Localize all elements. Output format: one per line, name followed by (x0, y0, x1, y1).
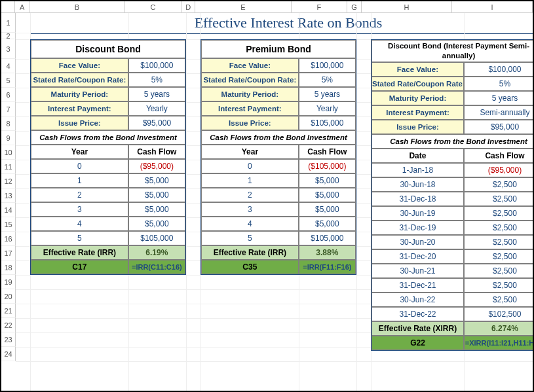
data-cell[interactable]: 30-Jun-19 (372, 206, 464, 221)
row-19[interactable]: 19 (1, 275, 16, 289)
row-6[interactable]: 6 (1, 88, 16, 102)
data-cell[interactable]: 1-Jan-18 (372, 163, 464, 177)
data-cell[interactable]: 31-Dec-20 (372, 249, 464, 264)
row-8[interactable]: 8 (1, 116, 16, 131)
data-cell[interactable]: 31-Dec-19 (372, 221, 464, 235)
data-cell[interactable]: 1 (201, 173, 299, 188)
row-14[interactable]: 14 (1, 203, 16, 217)
data-cell[interactable]: 31-Dec-18 (372, 192, 464, 206)
formula-text[interactable]: =IRR(C11:C16) (128, 260, 185, 274)
param-value[interactable]: $100,000 (299, 58, 356, 73)
col-header[interactable]: Year (31, 145, 128, 159)
data-cell[interactable]: $2,500 (464, 249, 534, 264)
data-cell[interactable]: 31-Dec-22 (372, 307, 464, 321)
data-cell[interactable]: 4 (201, 217, 299, 231)
col-G[interactable]: G (347, 1, 361, 12)
col-header[interactable]: Cash Flow (299, 145, 356, 159)
param-value[interactable]: 5% (464, 77, 534, 91)
data-cell[interactable]: 31-Dec-21 (372, 278, 464, 293)
row-10[interactable]: 10 (1, 145, 16, 160)
data-cell[interactable]: 2 (31, 188, 128, 202)
data-cell[interactable]: $2,500 (464, 206, 534, 221)
data-cell[interactable]: $2,500 (464, 264, 534, 278)
table-title[interactable]: Discount Bond (Interest Payment Semi-ann… (372, 40, 534, 62)
data-cell[interactable]: 1 (31, 173, 128, 188)
row-4[interactable]: 4 (1, 59, 16, 73)
row-5[interactable]: 5 (1, 73, 16, 88)
data-cell[interactable]: $2,500 (464, 192, 534, 206)
data-cell[interactable]: 3 (31, 202, 128, 217)
table-title[interactable]: Premium Bond (201, 40, 356, 58)
col-header[interactable]: Cash Flow (128, 145, 185, 159)
param-label[interactable]: Maturity Period: (372, 91, 464, 105)
data-cell[interactable]: $5,000 (128, 173, 185, 188)
param-label[interactable]: Face Value: (201, 58, 299, 73)
row-9[interactable]: 9 (1, 131, 16, 145)
formula-ref[interactable]: C35 (201, 260, 299, 274)
col-header[interactable]: Year (201, 145, 299, 159)
param-value[interactable]: $105,000 (299, 116, 356, 130)
data-cell[interactable]: ($105,000) (299, 159, 356, 173)
row-21[interactable]: 21 (1, 304, 16, 318)
col-B[interactable]: B (29, 1, 125, 12)
formula-text[interactable]: =XIRR(I11:I21,H11:H21) (464, 336, 534, 350)
param-value[interactable]: $100,000 (128, 58, 185, 73)
col-C[interactable]: C (125, 1, 181, 12)
data-cell[interactable]: $102,500 (464, 307, 534, 321)
param-value[interactable]: Yearly (299, 101, 356, 116)
param-label[interactable]: Interest Payment: (372, 105, 464, 120)
param-label[interactable]: Face Value: (372, 62, 464, 77)
param-label[interactable]: Interest Payment: (31, 101, 128, 116)
row-16[interactable]: 16 (1, 232, 16, 246)
param-value[interactable]: 5 years (128, 87, 185, 101)
row-20[interactable]: 20 (1, 289, 16, 304)
col-A[interactable]: A (15, 1, 29, 12)
param-label[interactable]: Maturity Period: (201, 87, 299, 101)
col-header[interactable]: Date (372, 149, 464, 163)
table-title[interactable]: Discount Bond (31, 40, 185, 58)
data-cell[interactable]: 0 (201, 159, 299, 173)
param-value[interactable]: $95,000 (128, 116, 185, 130)
data-cell[interactable]: $105,000 (299, 231, 356, 245)
param-label[interactable]: Stated Rate/Coupon Rate: (201, 73, 299, 87)
col-F[interactable]: F (292, 1, 348, 12)
data-cell[interactable]: $2,500 (464, 293, 534, 307)
param-label[interactable]: Stated Rate/Coupon Rate: (31, 73, 128, 87)
data-cell[interactable]: 4 (31, 217, 128, 231)
effective-rate-label[interactable]: Effective Rate (IRR) (201, 245, 299, 260)
param-value[interactable]: 5 years (299, 87, 356, 101)
col-I[interactable]: I (452, 1, 533, 12)
effective-rate-label[interactable]: Effective Rate (IRR) (31, 245, 128, 260)
data-cell[interactable]: 0 (31, 159, 128, 173)
grid-area[interactable]: Effective Interest Rate on Bonds Discoun… (16, 13, 533, 391)
row-7[interactable]: 7 (1, 102, 16, 116)
data-cell[interactable]: $105,000 (128, 231, 185, 245)
data-cell[interactable]: 5 (31, 231, 128, 245)
row-22[interactable]: 22 (1, 318, 16, 332)
data-cell[interactable]: 30-Jun-22 (372, 293, 464, 307)
formula-ref[interactable]: C17 (31, 260, 128, 274)
row-15[interactable]: 15 (1, 217, 16, 232)
row-18[interactable]: 18 (1, 260, 16, 275)
row-2[interactable]: 2 (1, 33, 16, 39)
data-cell[interactable]: 3 (201, 202, 299, 217)
section-header[interactable]: Cash Flows from the Bond Investment (201, 130, 356, 145)
row-24[interactable]: 24 (1, 347, 16, 361)
row-13[interactable]: 13 (1, 188, 16, 203)
param-label[interactable]: Issue Price: (372, 120, 464, 134)
param-value[interactable]: $100,000 (464, 62, 534, 77)
data-cell[interactable]: ($95,000) (128, 159, 185, 173)
data-cell[interactable]: $5,000 (128, 188, 185, 202)
data-cell[interactable]: $5,000 (299, 173, 356, 188)
data-cell[interactable]: 30-Jun-21 (372, 264, 464, 278)
data-cell[interactable]: $5,000 (299, 202, 356, 217)
data-cell[interactable]: $5,000 (299, 188, 356, 202)
param-label[interactable]: Interest Payment: (201, 101, 299, 116)
row-23[interactable]: 23 (1, 332, 16, 347)
row-3[interactable]: 3 (1, 39, 16, 59)
param-label[interactable]: Issue Price: (31, 116, 128, 130)
data-cell[interactable]: ($95,000) (464, 163, 534, 177)
param-value[interactable]: 5 years (464, 91, 534, 105)
param-value[interactable]: Semi-annually (464, 105, 534, 120)
data-cell[interactable]: $2,500 (464, 221, 534, 235)
